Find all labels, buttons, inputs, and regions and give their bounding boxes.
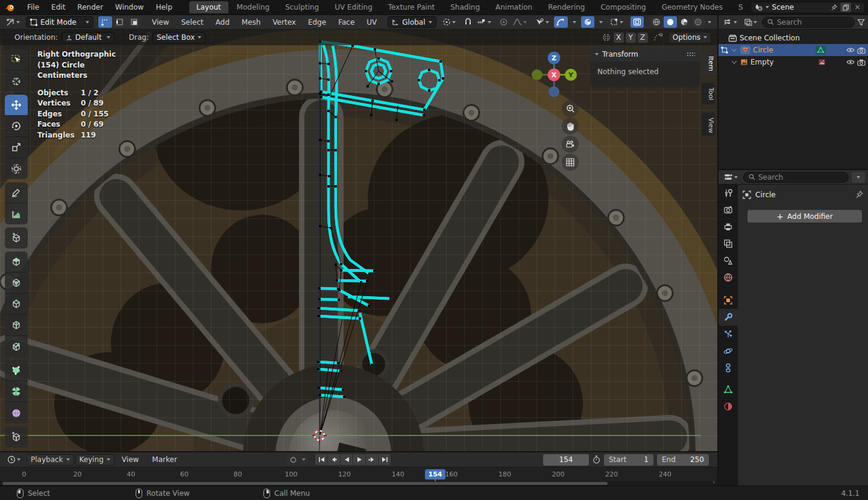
tool-measure[interactable] [5, 203, 28, 224]
menu-face[interactable]: Face [332, 18, 360, 27]
menu-window[interactable]: Window [109, 3, 149, 11]
add-modifier-button[interactable]: + Add Modifier [747, 210, 862, 223]
eye-icon[interactable] [846, 59, 855, 65]
navigation-gizmo[interactable]: Z Y X [531, 52, 577, 98]
outliner-search-input[interactable]: Search [762, 17, 855, 28]
outliner-row-empty[interactable]: Empty [719, 56, 868, 68]
properties-tab-data[interactable] [719, 381, 738, 398]
drag-dropdown[interactable]: Select Box [153, 32, 206, 43]
menu-add[interactable]: Add [210, 18, 236, 27]
tool-move[interactable] [5, 95, 28, 116]
outliner-row-circle[interactable]: Circle [719, 44, 868, 56]
menu-render[interactable]: Render [71, 3, 109, 11]
tab-animation[interactable]: Animation [488, 1, 539, 13]
tool-bevel[interactable] [5, 294, 28, 315]
face-select-icon[interactable] [127, 16, 141, 28]
tab-texture-paint[interactable]: Texture Paint [381, 1, 442, 13]
properties-tab-object[interactable] [719, 292, 738, 309]
tab-item[interactable]: Item [702, 51, 715, 74]
tab-shading[interactable]: Shading [443, 1, 487, 13]
eye-icon[interactable] [846, 47, 855, 53]
overlays-dropdown-icon[interactable] [597, 16, 605, 28]
tool-transform[interactable] [5, 158, 28, 179]
pin-icon[interactable] [831, 4, 837, 11]
pan-hand-icon[interactable] [562, 118, 579, 134]
tab-sculpting[interactable]: Sculpting [278, 1, 326, 13]
jump-end-icon[interactable] [379, 454, 391, 465]
show-visibility-icon[interactable] [533, 16, 552, 28]
tab-geometry-nodes[interactable]: Geometry Nodes [655, 1, 730, 13]
menu-help[interactable]: Help [149, 3, 178, 11]
expand-icon[interactable] [732, 59, 737, 63]
scene-collection-row[interactable]: Scene Collection [719, 32, 868, 44]
prev-keyframe-icon[interactable] [328, 454, 340, 465]
auto-keying-icon[interactable] [287, 454, 299, 465]
menu-edge[interactable]: Edge [302, 18, 332, 27]
magnet-icon[interactable] [462, 16, 474, 28]
properties-tab-world[interactable] [719, 269, 738, 286]
rendered-shading-icon[interactable] [691, 16, 705, 28]
mirror-z-button[interactable]: Z [638, 33, 648, 43]
close-icon[interactable]: ✕ [854, 3, 860, 11]
show-overlays-icon[interactable] [581, 16, 594, 28]
timeline-menu-view[interactable]: View [116, 455, 145, 464]
tool-smooth[interactable] [5, 402, 28, 423]
orientation-default-dropdown[interactable]: Default [61, 32, 115, 43]
tool-rotate[interactable] [5, 116, 28, 137]
filter-icon[interactable] [857, 19, 865, 26]
tool-annotate[interactable] [5, 182, 28, 203]
tab-view[interactable]: View [702, 113, 715, 136]
scroll-arrow-icon[interactable]: ‹ [712, 479, 715, 485]
tab-compositing[interactable]: Compositing [593, 1, 653, 13]
expand-icon[interactable] [732, 46, 737, 51]
menu-select[interactable]: Select [175, 18, 209, 27]
editor-timeline-icon[interactable] [5, 454, 23, 466]
falloff-curve-icon[interactable] [510, 16, 529, 28]
tool-knife[interactable] [5, 336, 28, 357]
blender-logo-icon[interactable] [5, 3, 15, 12]
mirror-x-button[interactable]: X [614, 33, 624, 43]
tab-scripting[interactable]: S [731, 1, 750, 13]
tool-extrude-region[interactable] [5, 252, 28, 273]
properties-tab-tool[interactable] [719, 185, 738, 201]
menu-view[interactable]: View [146, 18, 175, 27]
wireframe-shading-icon[interactable] [650, 16, 663, 28]
menu-mesh[interactable]: Mesh [236, 18, 267, 27]
properties-tab-particles[interactable] [719, 326, 738, 343]
mesh-edit-overlays-icon[interactable] [608, 16, 626, 28]
end-frame-field[interactable]: End250 [657, 454, 709, 466]
tool-select-box[interactable] [5, 49, 28, 71]
properties-tab-view-layer[interactable] [719, 235, 738, 252]
current-frame-field[interactable]: 154 [543, 454, 589, 466]
orientation-dropdown[interactable]: Global [388, 16, 436, 28]
properties-tab-render[interactable] [719, 201, 738, 218]
keying-menu[interactable]: Keying [75, 454, 115, 466]
tool-add-cube[interactable] [5, 227, 28, 248]
display-mode-icon[interactable] [722, 16, 740, 28]
filter-display-icon[interactable] [742, 16, 760, 28]
camera-icon[interactable] [857, 59, 866, 66]
menu-file[interactable]: File [21, 3, 45, 11]
menu-edit[interactable]: Edit [45, 3, 71, 11]
pivot-point-icon[interactable] [440, 16, 458, 28]
grid-ortho-icon[interactable] [562, 154, 579, 171]
vertex-select-icon[interactable] [98, 16, 112, 28]
tool-loop-cut[interactable] [5, 315, 28, 336]
tab-tool[interactable]: Tool [702, 83, 715, 104]
gizmo-dropdown-icon[interactable] [570, 16, 579, 28]
solid-shading-icon[interactable] [664, 16, 677, 28]
zoom-icon[interactable] [562, 100, 579, 117]
material-preview-icon[interactable] [678, 16, 691, 28]
timeline-ruler[interactable]: 020406080100120140160180200220240 154 [0, 467, 717, 481]
tool-spin[interactable] [5, 381, 28, 402]
next-keyframe-icon[interactable] [366, 454, 378, 465]
menu-uv[interactable]: UV [360, 18, 383, 27]
properties-tab-constraints[interactable] [719, 359, 738, 376]
tool-inset-faces[interactable] [5, 273, 28, 294]
tab-layout[interactable]: Layout [189, 1, 228, 13]
tool-cursor[interactable] [5, 71, 28, 92]
play-icon[interactable] [353, 454, 365, 465]
tab-modeling[interactable]: Modeling [230, 1, 277, 13]
tool-scale[interactable] [5, 137, 28, 158]
snap-projection-icon[interactable] [653, 33, 663, 42]
